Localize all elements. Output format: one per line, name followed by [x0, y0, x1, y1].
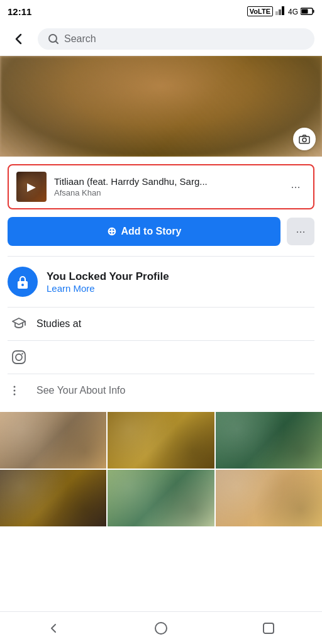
nav-home-button[interactable]	[142, 617, 180, 640]
svg-rect-5	[313, 10, 314, 13]
about-item[interactable]: See Your About Info	[0, 374, 322, 407]
music-artist: Afsana Khan	[54, 188, 278, 197]
lock-icon-wrap	[8, 267, 38, 297]
about-text: See Your About Info	[36, 385, 125, 396]
signal-icon	[275, 6, 286, 16]
svg-marker-2	[282, 6, 284, 15]
svg-point-13	[16, 354, 22, 360]
photo-4[interactable]	[0, 470, 106, 526]
studies-text: Studies at	[36, 318, 81, 330]
play-icon: ▶	[27, 180, 36, 194]
svg-point-17	[14, 394, 16, 396]
photo-1[interactable]	[0, 412, 106, 469]
search-placeholder: Search	[64, 33, 96, 45]
svg-marker-1	[279, 9, 281, 15]
story-row: ⊕ Add to Story ···	[0, 217, 322, 246]
svg-point-16	[14, 390, 16, 392]
plus-icon: ⊕	[107, 225, 116, 238]
locked-text: You Locked Your Profile Learn More	[47, 270, 169, 294]
locked-profile-section: You Locked Your Profile Learn More	[0, 257, 322, 307]
photo-2[interactable]	[108, 412, 214, 469]
svg-point-7	[49, 35, 57, 42]
svg-point-18	[155, 623, 167, 634]
lock-icon	[14, 274, 31, 290]
svg-rect-6	[302, 9, 308, 14]
nav-back-button[interactable]	[35, 617, 72, 640]
add-to-story-button[interactable]: ⊕ Add to Story	[8, 217, 280, 246]
add-story-label: Add to Story	[121, 226, 182, 237]
search-input-wrap[interactable]: Search	[38, 28, 314, 50]
profile-cover	[0, 56, 322, 157]
bottom-navigation	[0, 611, 322, 644]
photo-3[interactable]	[216, 412, 322, 469]
svg-marker-0	[275, 11, 278, 15]
photo-5[interactable]	[108, 470, 214, 526]
svg-point-15	[14, 386, 16, 388]
music-more-button[interactable]: ···	[286, 177, 306, 197]
back-button[interactable]	[8, 28, 30, 50]
camera-button[interactable]	[293, 128, 316, 150]
instagram-icon	[10, 348, 28, 366]
search-icon	[48, 33, 59, 45]
svg-rect-19	[264, 623, 274, 633]
music-thumbnail: ▶	[16, 172, 47, 202]
svg-point-14	[21, 353, 23, 354]
music-card: ▶ Titliaan (feat. Harrdy Sandhu, Sarg...…	[8, 164, 314, 209]
status-time: 12:11	[8, 6, 31, 17]
instagram-item[interactable]	[0, 341, 322, 374]
svg-rect-8	[299, 136, 309, 143]
status-bar: 12:11 VoLTE 4G	[0, 0, 322, 23]
battery-icon	[301, 8, 314, 15]
music-title: Titliaan (feat. Harrdy Sandhu, Sarg...	[54, 176, 278, 187]
svg-point-11	[21, 284, 24, 286]
svg-point-9	[303, 138, 306, 142]
svg-text:4G: 4G	[288, 8, 298, 16]
cover-blur	[0, 56, 322, 157]
studies-item: Studies at	[0, 308, 322, 340]
photo-6[interactable]	[216, 470, 322, 526]
studies-icon	[10, 315, 28, 333]
story-more-button[interactable]: ···	[287, 218, 314, 245]
svg-rect-12	[13, 351, 25, 364]
photos-grid	[0, 412, 322, 526]
about-icon	[10, 382, 28, 399]
locked-title: You Locked Your Profile	[47, 270, 169, 283]
wifi-icon: 4G	[288, 6, 298, 16]
nav-recents-button[interactable]	[250, 617, 287, 640]
status-icons: VoLTE 4G	[247, 6, 314, 16]
learn-more-link[interactable]: Learn More	[47, 283, 169, 294]
search-bar: Search	[0, 23, 322, 56]
volte-icon: VoLTE	[247, 6, 273, 16]
music-info: Titliaan (feat. Harrdy Sandhu, Sarg... A…	[54, 176, 278, 197]
